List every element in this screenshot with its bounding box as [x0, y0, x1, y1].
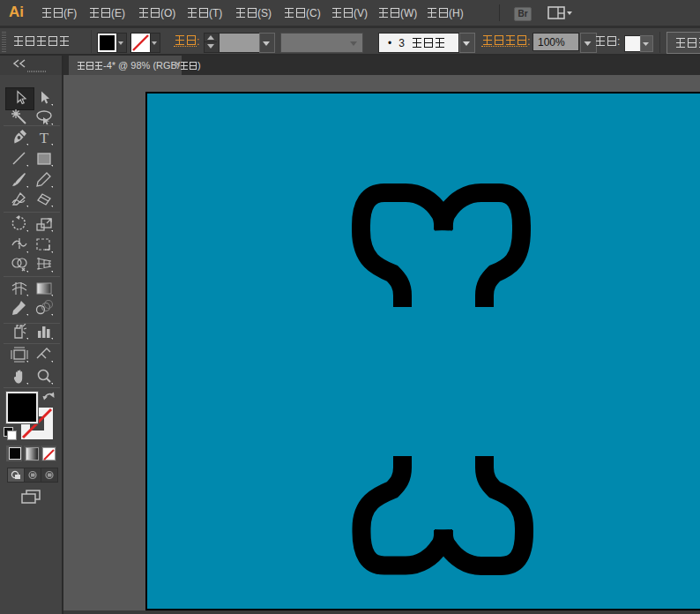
svg-text:T: T — [40, 130, 49, 146]
